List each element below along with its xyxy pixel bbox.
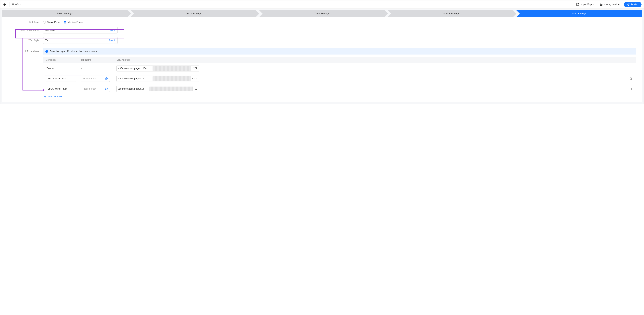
url-input[interactable]: /dt/encompass/page/b1d 5209 (116, 76, 199, 82)
table-row: EnOS_Wind_Farm Please enter (43, 84, 636, 94)
step-basic-settings[interactable]: Basic Settings (2, 10, 128, 17)
page-title: Portfolio (12, 3, 21, 6)
column-tab-name: Tab Name (79, 59, 115, 61)
import-export-icon (576, 3, 579, 6)
cell-condition-default: *Default (43, 67, 79, 70)
step-control-settings[interactable]: Control Settings (388, 10, 513, 17)
url-info-banner: i Enter the page URL without the domain … (43, 48, 636, 55)
tab-style-value: Tab (45, 39, 49, 42)
redacted-mask (152, 76, 191, 81)
trash-icon (630, 87, 632, 90)
divider (10, 2, 10, 7)
import-export-button[interactable]: Import/Export (576, 3, 594, 6)
app-frame: Portfolio Import/Export History Version … (0, 0, 644, 104)
column-condition: Condition (43, 59, 79, 61)
topbar: Portfolio Import/Export History Version … (0, 1, 644, 9)
select-attribute-row: *Select an Attribute Site Type Switch (8, 27, 636, 34)
svg-rect-7 (630, 78, 632, 80)
url-hint-text: Enter the page URL without the domain na… (50, 50, 97, 53)
url-table: Condition Tab Name URL Address *Default … (43, 57, 636, 98)
redacted-mask (149, 87, 193, 91)
tabname-input[interactable]: Please enter (81, 86, 110, 92)
url-input[interactable]: /dt/encompass/page/b1d 09 (116, 86, 199, 92)
history-version-label: History Version (604, 3, 620, 6)
plus-icon (44, 95, 46, 98)
trash-icon (630, 77, 632, 80)
attribute-value: Site Type (45, 29, 55, 32)
import-export-label: Import/Export (580, 3, 594, 6)
tab-style-select[interactable]: Tab Switch (43, 37, 118, 44)
condition-input[interactable]: EnOS_Solar_Site (46, 76, 76, 82)
steps-nav: Basic Settings Asset Settings Time Setti… (2, 10, 642, 17)
globe-icon[interactable] (105, 77, 108, 80)
link-type-radio-group: Single Page Multiple Pages (43, 21, 83, 24)
tabname-input[interactable]: Please enter (81, 76, 110, 82)
folder-icon (600, 3, 603, 6)
workspace: Basic Settings Asset Settings Time Setti… (0, 9, 644, 104)
select-attribute-label: *Select an Attribute (8, 29, 43, 32)
step-asset-settings[interactable]: Asset Settings (131, 10, 256, 17)
column-url: URL Address (115, 59, 626, 61)
send-icon (627, 3, 630, 6)
radio-dot-icon (64, 21, 66, 24)
redacted-mask (152, 66, 191, 71)
globe-icon[interactable] (105, 87, 108, 90)
attribute-select[interactable]: Site Type Switch (43, 27, 118, 34)
url-input-default[interactable]: /dt/encompass/page/b1d04 209 (116, 65, 199, 72)
attribute-switch-link[interactable]: Switch (108, 29, 116, 32)
back-arrow-icon (3, 3, 6, 6)
link-type-label: Link Type (8, 21, 43, 24)
radio-single-page[interactable]: Single Page (43, 21, 60, 24)
tab-style-row: *Tab Style Tab Switch (8, 37, 636, 44)
svg-rect-11 (630, 88, 632, 90)
step-link-settings[interactable]: Link Settings (516, 10, 642, 17)
tab-style-label: *Tab Style (8, 39, 43, 42)
table-row-default: *Default -- /dt/encompass/page/b1d04 209 (43, 63, 636, 74)
publish-label: Publish (631, 3, 638, 6)
table-row: EnOS_Solar_Site Please enter (43, 74, 636, 84)
info-icon: i (46, 50, 48, 53)
url-address-label: URL Address (8, 48, 43, 53)
content-panel: Link Type Single Page Multiple Pages *Se… (2, 17, 642, 102)
history-version-button[interactable]: History Version (600, 3, 620, 6)
delete-row-button[interactable] (626, 77, 636, 80)
cell-tabname-default: -- (79, 67, 115, 70)
table-header: Condition Tab Name URL Address (43, 57, 636, 63)
link-type-row: Link Type Single Page Multiple Pages (8, 21, 636, 24)
publish-button[interactable]: Publish (624, 2, 642, 7)
radio-multiple-pages[interactable]: Multiple Pages (64, 21, 83, 24)
radio-dot-icon (43, 21, 46, 24)
back-button[interactable] (2, 2, 7, 7)
delete-row-button[interactable] (626, 87, 636, 90)
url-address-row: URL Address i Enter the page URL without… (8, 48, 636, 98)
step-time-settings[interactable]: Time Settings (259, 10, 385, 17)
url-address-section: i Enter the page URL without the domain … (43, 48, 636, 98)
tab-style-switch-link[interactable]: Switch (108, 39, 116, 42)
condition-input[interactable]: EnOS_Wind_Farm (46, 86, 76, 92)
add-condition-button[interactable]: Add Condition (44, 95, 636, 98)
